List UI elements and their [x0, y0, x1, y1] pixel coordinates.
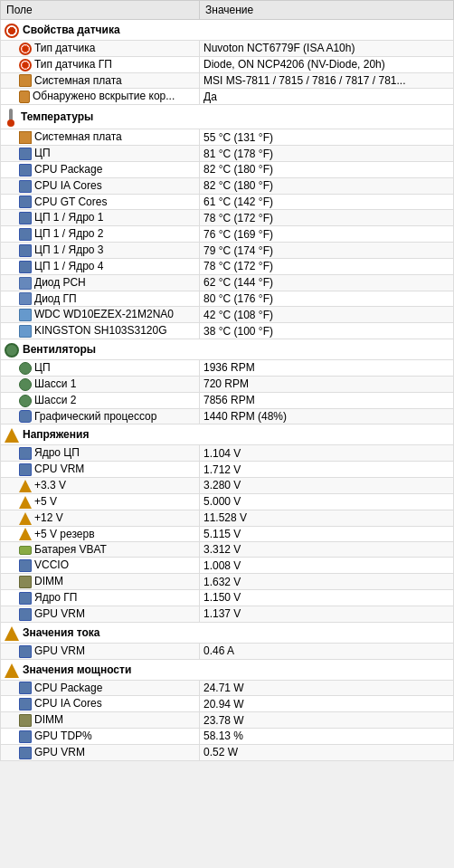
table-row: Тип датчика ГПDiode, ON NCP4206 (NV-Diod…	[1, 56, 454, 72]
section-header-voltages: Напряжения	[1, 424, 454, 445]
row-label-temp-core4: ЦП 1 / Ядро 4	[1, 258, 200, 274]
row-label-volt-cpu-core: Ядро ЦП	[1, 445, 200, 462]
table-row: CPU Package82 °C (180 °F)	[1, 161, 454, 177]
row-value-temp-core1: 78 °C (172 °F)	[200, 210, 454, 226]
table-row: ЦП 1 / Ядро 276 °C (169 °F)	[1, 226, 454, 243]
row-value-temp-cpu-ia: 82 °C (180 °F)	[200, 177, 454, 194]
table-row: Обнаружено вскрытие кор...Да	[1, 89, 454, 105]
row-value-temp-core3: 79 °C (174 °F)	[200, 243, 454, 259]
table-row: Шасси 27856 RPM	[1, 392, 454, 408]
row-value-volt-gpu-core: 1.150 V	[200, 590, 454, 606]
row-value-temp-cpu: 81 °C (178 °F)	[200, 146, 454, 162]
row-label-fan-cpu: ЦП	[1, 360, 200, 377]
col-value: Значение	[200, 1, 454, 20]
table-row: ЦП1936 RPM	[1, 360, 454, 377]
table-row: DIMM1.632 V	[1, 574, 454, 590]
row-value-gpu-type: Diode, ON NCP4206 (NV-Diode, 20h)	[200, 56, 454, 72]
section-label-temperatures: Температуры	[1, 105, 454, 129]
table-row: CPU VRM1.712 V	[1, 462, 454, 478]
table-row: CPU IA Cores20.94 W	[1, 696, 454, 712]
row-value-temp-hdd2: 38 °C (100 °F)	[200, 323, 454, 339]
table-row: ЦП81 °C (178 °F)	[1, 146, 454, 162]
table-row: ЦП 1 / Ядро 178 °C (172 °F)	[1, 210, 454, 226]
table-row: Системная платаMSI MS-7811 / 7815 / 7816…	[1, 72, 454, 89]
row-value-temp-cpu-gt: 61 °C (142 °F)	[200, 194, 454, 210]
row-label-volt-5r: +5 V резерв	[1, 526, 200, 542]
row-value-temp-cpu-pkg: 82 °C (180 °F)	[200, 161, 454, 177]
row-value-pwr-cpu-ia: 20.94 W	[200, 696, 454, 712]
row-value-volt-vrm: 1.712 V	[200, 462, 454, 478]
row-label-volt-gpu-vrm: GPU VRM	[1, 606, 200, 622]
row-value-pwr-gpu-tdp: 58.13 %	[200, 728, 454, 744]
row-value-intrusion: Да	[200, 89, 454, 105]
table-row: KINGSTON SH103S3120G38 °C (100 °F)	[1, 323, 454, 339]
row-label-temp-mb: Системная плата	[1, 129, 200, 146]
section-header-power: Значения мощности	[1, 659, 454, 680]
row-value-temp-gpu: 80 °C (176 °F)	[200, 291, 454, 307]
row-label-volt-5: +5 V	[1, 493, 200, 510]
row-value-fan-chassis2: 7856 RPM	[200, 392, 454, 408]
row-label-pwr-cpu-pkg: CPU Package	[1, 680, 200, 696]
row-label-temp-cpu-gt: CPU GT Cores	[1, 194, 200, 210]
row-value-volt-dimm: 1.632 V	[200, 574, 454, 590]
table-row: GPU VRM0.46 A	[1, 643, 454, 659]
table-row: ЦП 1 / Ядро 478 °C (172 °F)	[1, 258, 454, 274]
table-row: ЦП 1 / Ядро 379 °C (174 °F)	[1, 243, 454, 259]
row-label-temp-hdd2: KINGSTON SH103S3120G	[1, 323, 200, 339]
row-value-curr-gpu-vrm: 0.46 A	[200, 643, 454, 659]
row-value-volt-5: 5.000 V	[200, 493, 454, 510]
row-label-intrusion: Обнаружено вскрытие кор...	[1, 89, 200, 105]
row-label-volt-dimm: DIMM	[1, 574, 200, 590]
row-label-temp-core3: ЦП 1 / Ядро 3	[1, 243, 200, 259]
table-row: +5 V5.000 V	[1, 493, 454, 510]
table-row: Шасси 1720 RPM	[1, 376, 454, 392]
svg-rect-0	[9, 109, 13, 121]
section-header-temperatures: Температуры	[1, 105, 454, 129]
row-value-fan-cpu: 1936 RPM	[200, 360, 454, 377]
row-label-pwr-gpu-tdp: GPU TDP%	[1, 728, 200, 744]
row-value-volt-vccio: 1.008 V	[200, 558, 454, 574]
table-row: CPU Package24.71 W	[1, 680, 454, 696]
section-label-sensor-props: Свойства датчика	[1, 20, 454, 41]
row-label-motherboard: Системная плата	[1, 72, 200, 89]
table-row: Батарея VBAT3.312 V	[1, 542, 454, 558]
row-value-motherboard: MSI MS-7811 / 7815 / 7816 / 7817 / 781..…	[200, 72, 454, 89]
table-row: VCCIO1.008 V	[1, 558, 454, 574]
table-row: CPU IA Cores82 °C (180 °F)	[1, 177, 454, 194]
row-label-pwr-gpu-vrm: GPU VRM	[1, 744, 200, 760]
row-value-volt-cpu-core: 1.104 V	[200, 445, 454, 462]
svg-point-1	[7, 119, 14, 127]
row-value-temp-core2: 76 °C (169 °F)	[200, 226, 454, 243]
table-row: Системная плата55 °C (131 °F)	[1, 129, 454, 146]
section-header-sensor-props: Свойства датчика	[1, 20, 454, 41]
table-row: DIMM23.78 W	[1, 712, 454, 729]
row-value-temp-hdd1: 42 °C (108 °F)	[200, 307, 454, 323]
row-label-volt-vrm: CPU VRM	[1, 462, 200, 478]
row-label-fan-chassis2: Шасси 2	[1, 392, 200, 408]
row-label-volt-vccio: VCCIO	[1, 558, 200, 574]
row-value-temp-core4: 78 °C (172 °F)	[200, 258, 454, 274]
row-value-temp-mb: 55 °C (131 °F)	[200, 129, 454, 146]
main-container: Поле Значение Свойства датчикаТип датчик…	[0, 0, 454, 761]
row-label-gpu-type: Тип датчика ГП	[1, 56, 200, 72]
row-label-temp-cpu: ЦП	[1, 146, 200, 162]
row-label-temp-pch: Диод РСН	[1, 274, 200, 291]
row-label-temp-hdd1: WDC WD10EZEX-21M2NA0	[1, 307, 200, 323]
table-row: GPU VRM0.52 W	[1, 744, 454, 760]
row-value-pwr-gpu-vrm: 0.52 W	[200, 744, 454, 760]
col-field: Поле	[1, 1, 200, 20]
row-value-volt-5r: 5.115 V	[200, 526, 454, 542]
table-row: Диод ГП80 °C (176 °F)	[1, 291, 454, 307]
row-value-fan-chassis1: 720 RPM	[200, 376, 454, 392]
table-row: GPU VRM1.137 V	[1, 606, 454, 622]
table-row: CPU GT Cores61 °C (142 °F)	[1, 194, 454, 210]
table-row: +12 V11.528 V	[1, 510, 454, 526]
table-row: +5 V резерв5.115 V	[1, 526, 454, 542]
row-value-fan-gpu: 1440 RPM (48%)	[200, 408, 454, 424]
row-label-volt-bat: Батарея VBAT	[1, 542, 200, 558]
table-row: +3.3 V3.280 V	[1, 478, 454, 494]
sensor-table: Поле Значение Свойства датчикаТип датчик…	[0, 0, 454, 761]
row-label-fan-chassis1: Шасси 1	[1, 376, 200, 392]
row-value-volt-bat: 3.312 V	[200, 542, 454, 558]
table-row: Графический процессор1440 RPM (48%)	[1, 408, 454, 424]
